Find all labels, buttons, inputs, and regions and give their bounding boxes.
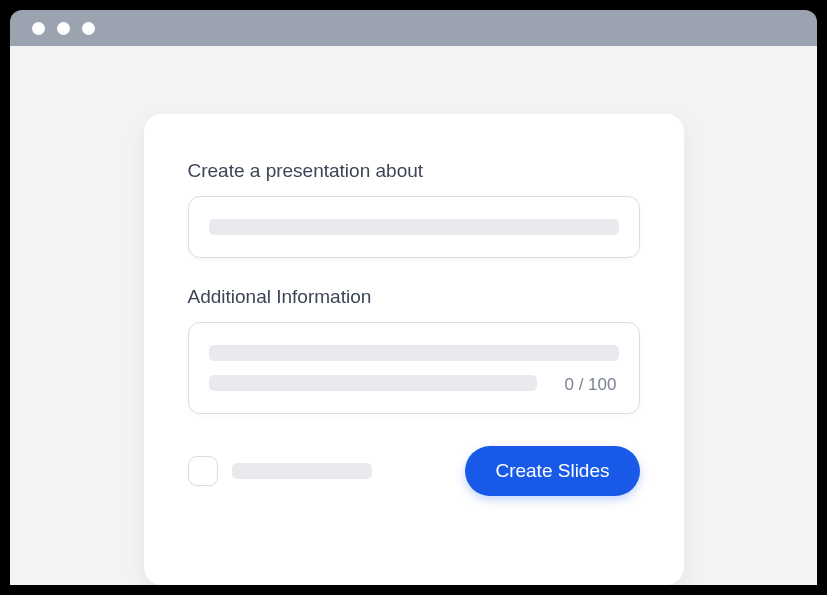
close-icon[interactable] (32, 22, 45, 35)
placeholder-bar (209, 219, 619, 235)
additional-input[interactable]: 0 / 100 (188, 322, 640, 414)
placeholder-bar (209, 345, 619, 361)
option-checkbox[interactable] (188, 456, 218, 486)
char-counter: 0 / 100 (565, 375, 617, 395)
placeholder-bar (209, 375, 537, 391)
browser-viewport: Create a presentation about Additional I… (10, 46, 817, 585)
topic-input[interactable] (188, 196, 640, 258)
create-presentation-card: Create a presentation about Additional I… (144, 114, 684, 585)
create-slides-button[interactable]: Create Slides (465, 446, 639, 496)
browser-titlebar (10, 10, 817, 46)
form-footer: Create Slides (188, 446, 640, 496)
additional-field-group: Additional Information 0 / 100 (188, 286, 640, 414)
browser-frame: Create a presentation about Additional I… (0, 0, 827, 595)
additional-label: Additional Information (188, 286, 640, 308)
topic-label: Create a presentation about (188, 160, 640, 182)
checkbox-group (188, 456, 372, 486)
checkbox-label-placeholder (232, 463, 372, 479)
minimize-icon[interactable] (57, 22, 70, 35)
maximize-icon[interactable] (82, 22, 95, 35)
topic-field-group: Create a presentation about (188, 160, 640, 258)
